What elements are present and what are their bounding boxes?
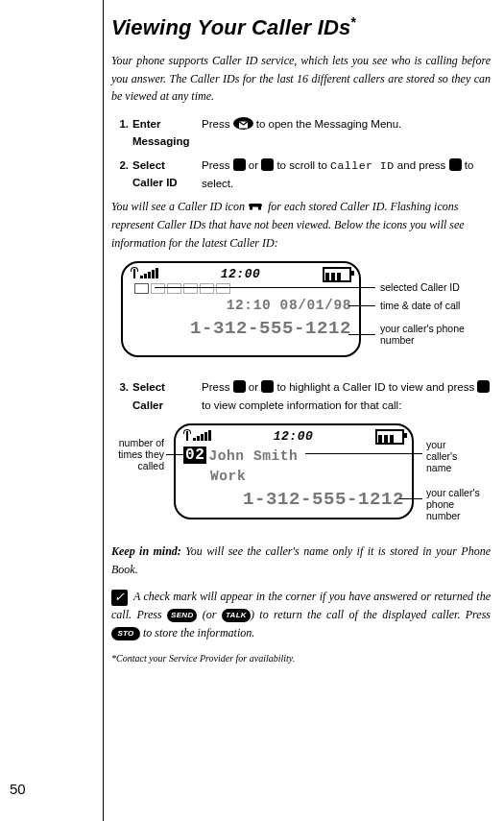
footnote: *Contact your Service Provider for avail… — [111, 651, 491, 666]
signal-icon — [183, 428, 211, 447]
lcd1-number: 1-312-555-1212 — [131, 316, 351, 343]
lcd1-datetime: 12:10 08/01/98 — [131, 296, 351, 316]
title-text: Viewing Your Caller IDs — [111, 15, 351, 39]
mid-paragraph: You will see a Caller ID icon for each s… — [111, 198, 491, 252]
lcd1-clock: 12:00 — [221, 265, 261, 284]
keep-in-mind-label: Keep in mind: — [111, 544, 181, 558]
annot-caller-number-1: your caller's phone number — [380, 323, 491, 346]
caller-id-icon — [248, 202, 265, 211]
battery-icon — [375, 429, 404, 445]
annot-caller-name: your caller's name — [426, 439, 479, 473]
step-1-number: 1. — [111, 115, 132, 151]
nav-up-key-icon — [233, 380, 246, 393]
title-footnote-marker: * — [351, 14, 357, 30]
page-number: 50 — [10, 778, 26, 800]
nav-down-key-icon — [261, 158, 274, 171]
svg-rect-3 — [258, 206, 261, 210]
step-1-text: Press to open the Messaging Menu. — [202, 115, 491, 151]
step-3-name: SelectCaller — [132, 378, 202, 414]
lcd-illustration-1: 12:00 12:10 08/01/98 1-312-555-1212 sele… — [111, 261, 491, 363]
lcd-illustration-2: 12:00 02John Smith Work 1-312-555-1212 n… — [111, 423, 491, 527]
caller-id-icons-row — [134, 283, 351, 295]
step-2: 2. SelectCaller ID Press or to scroll to… — [111, 157, 491, 193]
step-3: 3. SelectCaller Press or to highlight a … — [111, 378, 491, 414]
annot-time-date: time & date of call — [380, 300, 460, 311]
lcd2-label: Work — [183, 467, 404, 487]
step-2-number: 2. — [111, 157, 132, 193]
step-3-number: 3. — [111, 378, 132, 414]
step-2-text: Press or to scroll to Caller ID and pres… — [202, 157, 491, 193]
nav-down-key-icon — [261, 380, 274, 393]
svg-rect-2 — [250, 206, 252, 210]
checkmark-icon: ✓ — [111, 590, 128, 606]
sto-key-icon: STO — [111, 627, 140, 640]
signal-icon — [131, 266, 158, 284]
talk-key-icon: TALK — [222, 609, 251, 622]
content-area: Viewing Your Caller IDs* Your phone supp… — [111, 12, 491, 666]
lcd2-clock: 12:00 — [274, 427, 314, 447]
step-1-name: EnterMessaging — [132, 115, 202, 151]
send-key-icon: SEND — [167, 609, 197, 622]
left-divider — [103, 0, 104, 821]
caller-id-lcd-word: Caller ID — [330, 159, 395, 172]
step-2-name: SelectCaller ID — [132, 157, 202, 193]
annot-selected-caller-id: selected Caller ID — [380, 281, 460, 293]
annot-call-count: number of times they called — [111, 437, 164, 471]
lcd2-call-count: 02 — [183, 447, 206, 464]
select-key-icon — [477, 380, 490, 393]
step-3-text: Press or to highlight a Caller ID to vie… — [202, 378, 491, 414]
checkmark-paragraph: ✓ A check mark will appear in the corner… — [111, 588, 491, 641]
step-1: 1. EnterMessaging Press to open the Mess… — [111, 115, 491, 151]
nav-up-key-icon — [233, 158, 246, 171]
keep-in-mind-paragraph: Keep in mind: You will see the caller's … — [111, 543, 491, 578]
lcd2-name: John Smith — [208, 448, 298, 464]
select-key-icon — [449, 158, 462, 171]
battery-icon — [323, 267, 351, 282]
lcd2-number: 1-312-555-1212 — [183, 487, 404, 514]
intro-paragraph: Your phone supports Caller ID service, w… — [111, 52, 491, 106]
messaging-key-icon — [233, 117, 253, 130]
page-title: Viewing Your Caller IDs* — [111, 12, 491, 44]
annot-caller-number-2: your caller's phone number — [426, 487, 491, 521]
